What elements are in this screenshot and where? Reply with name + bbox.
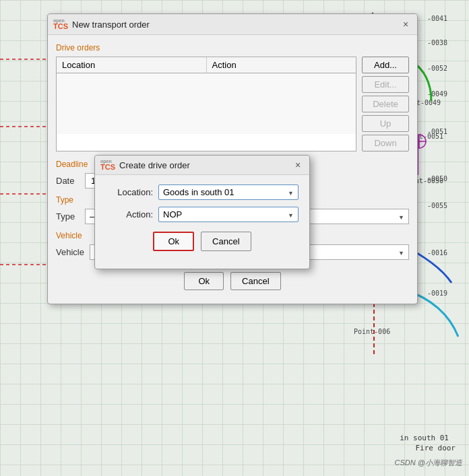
tcs-logo: open TCS: [53, 18, 68, 30]
vehicle-field-label: Vehicle: [56, 247, 84, 257]
down-button[interactable]: Down: [362, 135, 409, 151]
fire-door-label: Fire door: [415, 444, 456, 452]
type-field-label: Type: [56, 211, 80, 222]
sub-dialog-close-button[interactable]: ×: [292, 159, 304, 171]
add-button[interactable]: Add...: [362, 57, 409, 73]
main-dialog-title: New transport order: [72, 20, 150, 30]
location-dropdown[interactable]: Goods in south 01: [158, 184, 299, 200]
delete-button[interactable]: Delete: [362, 96, 409, 112]
sub-dialog-body: Location: Goods in south 01 Action: NOP …: [95, 175, 309, 269]
date-label: Date: [56, 176, 80, 186]
up-button[interactable]: Up: [362, 115, 409, 132]
main-dialog-titlebar: open TCS New transport order ×: [48, 14, 417, 35]
sub-dialog-title: Create drive order: [119, 160, 190, 170]
main-dialog-close-button[interactable]: ×: [400, 18, 412, 30]
action-value: NOP: [163, 209, 182, 219]
sub-dialog-titlebar: open TCS Create drive order ×: [95, 156, 309, 175]
location-value: Goods in south 01: [163, 187, 234, 197]
south-label: in south 01: [400, 434, 449, 442]
sub-tcs-logo: open TCS: [100, 159, 115, 171]
action-label: Action:: [106, 209, 153, 219]
orders-buttons: Add... Edit... Delete Up Down: [362, 57, 409, 151]
table-col-action: Action: [207, 57, 356, 73]
action-row: Action: NOP: [106, 207, 299, 222]
create-drive-order-dialog: open TCS Create drive order × Location: …: [94, 155, 310, 269]
vehicle-chevron-icon: [398, 247, 404, 257]
sub-cancel-button[interactable]: Cancel: [201, 232, 251, 251]
action-chevron-icon: [288, 211, 294, 219]
location-label: Location:: [106, 187, 153, 197]
drive-orders-table: Location Action: [56, 57, 356, 151]
action-dropdown[interactable]: NOP: [158, 207, 299, 222]
sub-ok-button[interactable]: Ok: [153, 232, 194, 251]
edit-button[interactable]: Edit...: [362, 76, 409, 93]
watermark: CSDN @小海聊智造: [395, 458, 462, 468]
drive-orders-label: Drive orders: [56, 43, 409, 53]
main-ok-button[interactable]: Ok: [184, 272, 224, 290]
main-cancel-button[interactable]: Cancel: [230, 272, 280, 290]
location-row: Location: Goods in south 01: [106, 184, 299, 200]
type-chevron-icon: [398, 211, 404, 222]
sub-dialog-footer: Ok Cancel: [106, 229, 299, 259]
table-col-location: Location: [57, 57, 207, 73]
location-chevron-icon: [288, 189, 294, 197]
main-dialog-title-left: open TCS New transport order: [53, 18, 150, 30]
table-header: Location Action: [57, 57, 356, 73]
table-body: [57, 73, 356, 134]
drive-orders-area: Location Action Add... Edit... Delete Up…: [56, 57, 409, 151]
main-dialog-footer: Ok Cancel: [56, 269, 409, 296]
sub-dialog-title-left: open TCS Create drive order: [100, 159, 190, 171]
